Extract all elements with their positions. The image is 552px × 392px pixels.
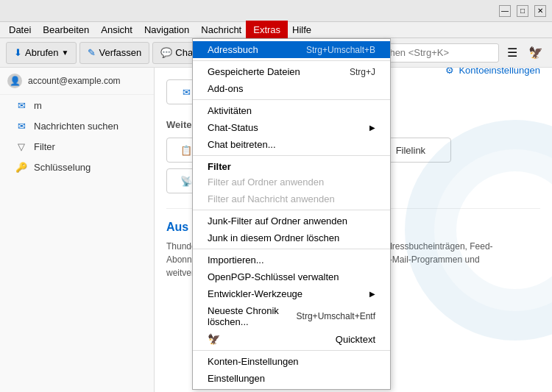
menu-hilfe[interactable]: Hilfe [286, 22, 317, 38]
dropdown-sep-4 [193, 210, 390, 210]
envelope2-icon: ✉ [15, 119, 28, 132]
sidebar-item-label: Nachrichten suchen [34, 121, 118, 132]
mail-icon-button[interactable]: 🦅 [526, 43, 546, 63]
abrufen-dropdown-arrow[interactable]: ▼ [62, 49, 69, 57]
close-button[interactable]: ✕ [534, 5, 546, 17]
feed-icon: 📡 [179, 174, 194, 188]
person-icon: 👤 [10, 76, 21, 86]
sidebar-item-nachrichten[interactable]: ✉ Nachrichten suchen [0, 115, 154, 136]
dropdown-item-junk-ordner[interactable]: Junk-Filter auf Ordner anwenden [193, 213, 390, 229]
menu-extras[interactable]: Extras [247, 22, 286, 38]
dropdown-item-chatstatus[interactable]: Chat-Status ▶ [193, 119, 390, 136]
submenu-arrow-icon: ▶ [369, 124, 375, 132]
dropdown-item-gespeicherte[interactable]: Gespeicherte Dateien Strg+J [193, 63, 390, 80]
search-area: ☰ 🦅 [367, 43, 546, 63]
compose-icon: ✎ [88, 47, 96, 58]
dropdown-item-quicktext[interactable]: 🦅 Quicktext [193, 330, 390, 348]
sidebar-item-label: Schlüsselung [34, 162, 91, 173]
menu-bearbeiten[interactable]: Bearbeiten [37, 22, 95, 38]
quicktext-bird-icon: 🦅 [208, 333, 220, 345]
filter-icon: ▽ [15, 140, 28, 153]
dropdown-item-openpgp[interactable]: OpenPGP-Schlüssel verwalten [193, 268, 390, 285]
book-icon: 📋 [179, 143, 194, 157]
menu-ansicht[interactable]: Ansicht [95, 22, 138, 38]
dropdown-item-chatbeitreten[interactable]: Chat beitreten... [193, 136, 390, 153]
dropdown-item-addons[interactable]: Add-ons [193, 80, 390, 97]
minimize-button[interactable]: — [499, 5, 511, 17]
dropdown-sep-1 [193, 60, 390, 61]
sidebar-item-posteingang[interactable]: ✉ m [0, 95, 154, 115]
title-bar: — □ ✕ [0, 0, 552, 22]
sidebar-account[interactable]: 👤 account@example.com [0, 68, 154, 95]
sidebar: 👤 account@example.com ✉ m ✉ Nachrichten … [0, 68, 155, 392]
abrufen-button[interactable]: ⬇ Abrufen ▼ [6, 42, 77, 64]
sidebar-item-verschluesselung[interactable]: 🔑 Schlüsselung [0, 157, 154, 177]
dropdown-item-entwickler[interactable]: Entwickler-Werkzeuge ▶ [193, 285, 390, 302]
menu-nachricht[interactable]: Nachricht [195, 22, 247, 38]
dropdown-sep-3 [193, 155, 390, 156]
menu-datei[interactable]: Datei [3, 22, 37, 38]
envelope-icon: ✉ [15, 99, 28, 112]
account-name: account@example.com [28, 76, 121, 86]
hamburger-button[interactable]: ☰ [502, 43, 523, 63]
account-avatar: 👤 [7, 74, 22, 88]
chat-icon: 💬 [160, 47, 172, 58]
kontoeinstellungen-link[interactable]: ⚙ Kontoeinstellungen [445, 68, 540, 76]
verfassen-button[interactable]: ✎ Verfassen [79, 42, 149, 64]
dropdown-item-filter-ordner[interactable]: Filter auf Ordner anwenden [193, 174, 390, 190]
download-icon: ⬇ [14, 47, 22, 58]
sidebar-item-label: Filter [34, 141, 55, 152]
dropdown-sep-5 [193, 249, 390, 249]
dropdown-item-einstellungen[interactable]: Einstellungen [193, 370, 390, 387]
dropdown-item-filter-nachricht[interactable]: Filter auf Nachricht anwenden [193, 190, 390, 207]
submenu-arrow2-icon: ▶ [369, 290, 375, 298]
email-icon: ✉ [179, 85, 194, 99]
dropdown-item-aktivitaeten[interactable]: Aktivitäten [193, 102, 390, 119]
sidebar-item-label: m [34, 100, 42, 111]
dropdown-sep-6 [193, 350, 390, 351]
dropdown-sep-2 [193, 99, 390, 100]
dropdown-item-adressbuch[interactable]: Adressbuch Strg+Umschalt+B [193, 41, 390, 58]
dropdown-item-importieren[interactable]: Importieren... [193, 252, 390, 268]
extras-dropdown-menu: Adressbuch Strg+Umschalt+B Gespeicherte … [192, 38, 391, 390]
dropdown-item-konten[interactable]: Konten-Einstellungen [193, 353, 390, 370]
maximize-button[interactable]: □ [517, 5, 528, 17]
window-controls: — □ ✕ [499, 5, 546, 17]
dropdown-item-chronik[interactable]: Neueste Chronik löschen... Strg+Umschalt… [193, 302, 390, 330]
filter-section-header: Filter [193, 158, 390, 174]
key-icon: 🔑 [15, 160, 28, 174]
menu-bar: Datei Bearbeiten Ansicht Navigation Nach… [0, 22, 552, 38]
gear-icon: ⚙ [445, 68, 454, 76]
menu-navigation[interactable]: Navigation [138, 22, 195, 38]
sidebar-item-filter[interactable]: ▽ Filter [0, 136, 154, 157]
dropdown-item-junk-loeschen[interactable]: Junk in diesem Ordner löschen [193, 229, 390, 246]
